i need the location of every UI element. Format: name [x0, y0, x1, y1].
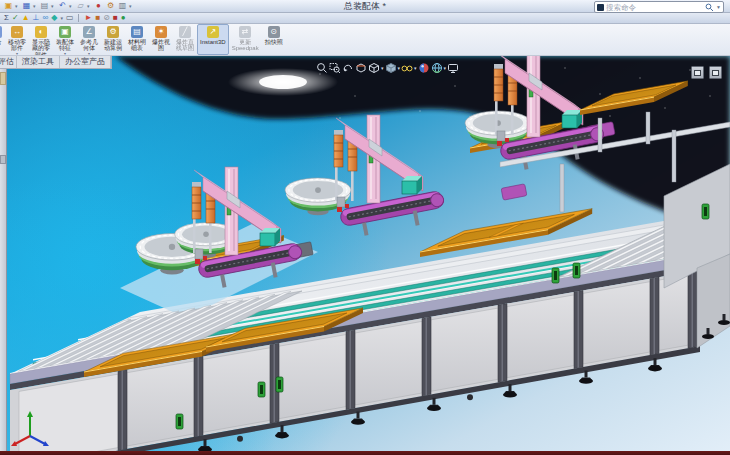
exploded-view-button[interactable]: ✶爆炸视 图 [149, 24, 173, 55]
toolbar-separator [78, 14, 79, 22]
search-icon[interactable] [705, 3, 714, 12]
move-component-icon: ↔ [11, 26, 23, 38]
instant3d-button[interactable]: ↗Instant3D [197, 24, 229, 55]
panel-grip-icon[interactable] [0, 72, 6, 85]
no-icon[interactable]: ⊘ [103, 13, 110, 23]
button-label: 爆炸视 图 [152, 39, 170, 52]
rebuild-icon[interactable]: ● [93, 1, 104, 11]
button-label: 参考几 何体 [80, 39, 98, 52]
dropdown-caret-icon[interactable]: ▾ [87, 3, 92, 9]
command-manager-tabs: 评估渲染工具办公室产品 [0, 56, 112, 69]
hide-show-items-icon[interactable] [401, 62, 413, 74]
pane-display-icon-glyph [712, 70, 719, 76]
dropdown-caret-icon[interactable]: ▾ [69, 3, 74, 9]
explode-line-sketch-icon: ╱ [179, 26, 191, 38]
component-icon[interactable]: ◆ [51, 13, 57, 23]
view-settings-icon[interactable] [447, 62, 459, 74]
search-input[interactable] [606, 3, 703, 12]
apply-scene-icon[interactable] [431, 62, 443, 74]
zoom-fit-icon[interactable] [316, 62, 328, 74]
dropdown-caret-icon[interactable]: ▾ [444, 66, 447, 71]
assembly-features-button[interactable]: ▣装配体 特征▾ [53, 24, 77, 55]
warning-icon[interactable]: ▲ [22, 13, 30, 23]
take-snapshot-icon: ⊙ [268, 26, 280, 38]
dropdown-caret-icon[interactable]: ▾ [381, 66, 384, 71]
options-icon[interactable]: ⚙ [105, 1, 116, 11]
select-icon[interactable]: ▱ [75, 1, 86, 11]
status-strip [0, 451, 730, 455]
window-icon[interactable]: ▭ [66, 13, 74, 23]
print-icon[interactable]: ▤ [39, 1, 50, 11]
dropdown-caret-icon[interactable]: ▾ [414, 66, 417, 71]
view-orientation-icon[interactable] [368, 62, 380, 74]
motion-icon[interactable]: ► [84, 13, 92, 23]
display-pane-icon[interactable]: ▥ [117, 1, 128, 11]
reference-geometry-button[interactable]: ∠参考几 何体▾ [77, 24, 101, 55]
button-label: 爆炸直 线草图 [176, 39, 194, 52]
button-label: 装配体 特征 [56, 39, 74, 52]
dropdown-caret-icon[interactable]: ▾ [51, 3, 56, 9]
tab-2[interactable]: 渲染工具 [17, 56, 60, 68]
take-snapshot-button[interactable]: ⊙拍快照 [262, 24, 286, 55]
feature-manager-collapsed-strip[interactable] [0, 68, 7, 451]
dropdown-caret-icon: ▾ [88, 52, 90, 55]
open-icon[interactable]: ▣ [3, 1, 14, 11]
move-component-button[interactable]: ↔移动零 部件▾ [5, 24, 29, 55]
dropdown-caret-icon[interactable]: ▾ [398, 66, 401, 71]
measure-icon[interactable]: ⊥ [33, 13, 40, 23]
tab-3[interactable]: 办公室产品 [60, 56, 111, 68]
graphics-viewport[interactable]: ▾▾▾▾ [0, 56, 730, 451]
pane-restore-icon-glyph [694, 70, 701, 76]
heads-up-view-toolbar: ▾▾▾▾ [316, 62, 459, 74]
dropdown-caret-icon[interactable]: ▾ [129, 3, 134, 9]
red-icon[interactable]: ■ [113, 13, 118, 23]
cube-icon[interactable]: ■ [95, 13, 100, 23]
update-speedpak-button[interactable]: ⇄更新 Speedpak [229, 24, 262, 55]
menu-toolbar: Σ✓▲⊥∞◆▾▭►■⊘■● [0, 13, 730, 24]
viewport-corner-buttons [691, 66, 722, 79]
dropdown-caret-icon[interactable]: ▾ [33, 3, 38, 9]
button-label: 配合 [0, 39, 2, 45]
save-icon[interactable]: ▦ [21, 1, 32, 11]
pane-restore-icon[interactable] [691, 66, 704, 79]
button-label: 新建运 动算例 [104, 39, 122, 52]
new-motion-study-button[interactable]: ⚙新建运 动算例 [101, 24, 125, 55]
search-scope-icon[interactable] [597, 4, 604, 11]
reference-geometry-icon: ∠ [83, 26, 95, 38]
button-label: 移动零 部件 [8, 39, 26, 52]
command-search[interactable]: ▼ [594, 1, 724, 13]
pane-display-icon[interactable] [709, 66, 722, 79]
undo-icon[interactable]: ↶ [57, 1, 68, 11]
tab-1[interactable]: 评估 [0, 56, 17, 68]
mate-icon: ∞ [0, 26, 2, 38]
explode-line-sketch-button[interactable]: ╱爆炸直 线草图 [173, 24, 197, 55]
button-label: 拍快照 [265, 39, 283, 45]
title-bar: ▣▾▦▾▤▾↶▾▱▾●⚙▥▾ 总装配体 * ▼ [0, 0, 730, 13]
check-icon[interactable]: ✓ [12, 13, 19, 23]
sigma-icon[interactable]: Σ [4, 13, 9, 23]
dropdown-caret-icon: ▾ [16, 52, 18, 55]
dropdown-caret-icon: ▾ [64, 52, 66, 55]
edit-appearance-icon[interactable] [418, 62, 430, 74]
zoom-area-icon[interactable] [329, 62, 341, 74]
button-label: Instant3D [200, 39, 226, 45]
caret-icon[interactable]: ▾ [60, 13, 63, 23]
bill-of-materials-button[interactable]: ▤材料明 细表 [125, 24, 149, 55]
panel-splitter-icon[interactable] [0, 155, 6, 164]
mate-link-icon[interactable]: ∞ [43, 13, 49, 23]
show-hidden-components-button[interactable]: ◐显示隐 藏的零 部件▾ [29, 24, 53, 55]
dropdown-caret-icon[interactable]: ▾ [15, 3, 20, 9]
command-manager: ∞配合↔移动零 部件▾◐显示隐 藏的零 部件▾▣装配体 特征▾∠参考几 何体▾⚙… [0, 24, 730, 56]
assembly-features-icon: ▣ [59, 26, 71, 38]
viewport-3d-scene[interactable] [0, 56, 730, 451]
section-view-icon[interactable] [355, 62, 367, 74]
new-motion-study-icon: ⚙ [107, 26, 119, 38]
button-label: 更新 Speedpak [232, 39, 259, 52]
light-flare-core [259, 75, 307, 89]
button-label: 显示隐 藏的零 部件 [32, 39, 50, 56]
display-style-icon[interactable] [385, 62, 397, 74]
search-caret-icon[interactable]: ▼ [716, 4, 721, 10]
previous-view-icon[interactable] [342, 62, 354, 74]
world-icon[interactable]: ● [121, 13, 126, 23]
show-hidden-components-icon: ◐ [35, 26, 47, 38]
